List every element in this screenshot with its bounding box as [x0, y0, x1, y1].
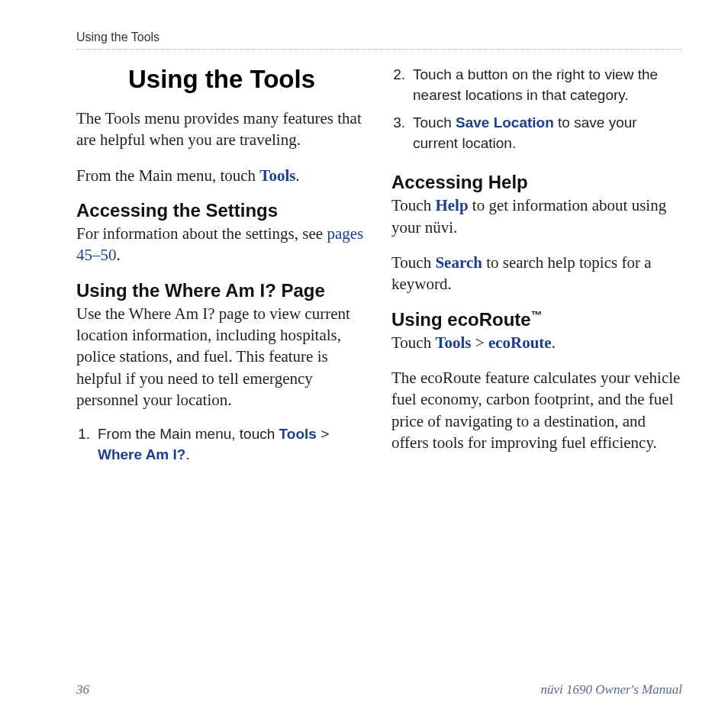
manual-title: nüvi 1690 Owner's Manual	[541, 682, 682, 697]
accessing-help-heading: Accessing Help	[391, 172, 682, 193]
ecoroute-body: The ecoRoute feature calculates your veh…	[391, 367, 682, 453]
ecoroute-touch-line: Touch Tools > ecoRoute.	[391, 332, 682, 353]
left-column: Using the Tools The Tools menu provides …	[76, 65, 367, 473]
step1-prefix: From the Main menu, touch	[98, 426, 279, 442]
whereami-steps-part2: 2. Touch a button on the right to view t…	[391, 65, 682, 153]
ecoroute-heading: Using ecoRoute™	[391, 309, 682, 330]
step-3: 3. Touch Save Location to save your curr…	[391, 113, 682, 153]
settings-prefix: For information about the settings, see	[76, 224, 327, 243]
help-body: Touch Help to get information about usin…	[391, 195, 682, 238]
search-prefix: Touch	[391, 253, 435, 272]
eco-period: .	[552, 333, 556, 352]
save-location-link[interactable]: Save Location	[456, 114, 554, 130]
search-body: Touch Search to search help topics for a…	[391, 252, 682, 295]
help-prefix: Touch	[391, 196, 435, 214]
step1-gt: >	[317, 426, 329, 442]
step-2: 2. Touch a button on the right to view t…	[391, 65, 682, 105]
search-link[interactable]: Search	[435, 253, 482, 272]
eco-gt: >	[472, 333, 488, 352]
step-2-text: Touch a button on the right to view the …	[413, 65, 682, 105]
settings-body: For information about the settings, see …	[76, 223, 367, 266]
ecoroute-heading-text: Using ecoRoute	[391, 309, 531, 330]
step1-whereami-link[interactable]: Where Am I?	[98, 446, 185, 462]
eco-touch-prefix: Touch	[391, 333, 435, 352]
step1-period: .	[185, 446, 189, 462]
step-1: 1. From the Main menu, touch Tools > Whe…	[76, 424, 367, 465]
content-columns: Using the Tools The Tools menu provides …	[76, 65, 682, 473]
ecoroute-link[interactable]: ecoRoute	[488, 333, 552, 352]
eco-tools-link[interactable]: Tools	[435, 333, 471, 352]
whereami-heading: Using the Where Am I? Page	[76, 280, 367, 301]
running-header: Using the Tools	[76, 31, 682, 50]
from-main-menu-line: From the Main menu, touch Tools.	[76, 165, 367, 186]
step1-tools-link[interactable]: Tools	[279, 426, 317, 442]
period: .	[295, 166, 299, 185]
step-2-number: 2.	[391, 65, 413, 105]
intro-paragraph: The Tools menu provides many features th…	[76, 108, 367, 151]
trademark-symbol: ™	[531, 309, 542, 321]
step-1-text: From the Main menu, touch Tools > Where …	[98, 424, 367, 465]
page-number: 36	[76, 682, 89, 697]
step-3-text: Touch Save Location to save your current…	[413, 113, 682, 153]
right-column: 2. Touch a button on the right to view t…	[391, 65, 682, 473]
page-footer: 36 nüvi 1690 Owner's Manual	[76, 682, 682, 697]
whereami-steps-part1: 1. From the Main menu, touch Tools > Whe…	[76, 424, 367, 465]
step-3-number: 3.	[391, 113, 413, 153]
settings-period: .	[117, 246, 121, 264]
step-1-number: 1.	[76, 424, 98, 465]
tools-link[interactable]: Tools	[259, 166, 295, 185]
from-main-prefix: From the Main menu, touch	[76, 166, 259, 185]
step3-prefix: Touch	[413, 114, 456, 130]
whereami-body: Use the Where Am I? page to view current…	[76, 303, 367, 411]
accessing-settings-heading: Accessing the Settings	[76, 200, 367, 221]
help-link[interactable]: Help	[435, 196, 468, 214]
page-title: Using the Tools	[76, 65, 367, 94]
